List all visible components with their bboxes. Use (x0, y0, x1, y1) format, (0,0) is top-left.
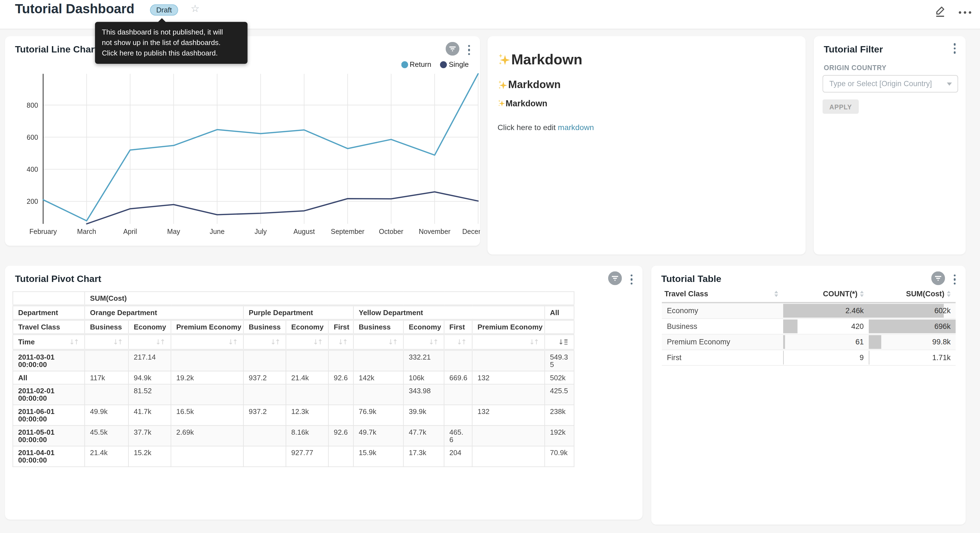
sparkles-icon (498, 99, 506, 107)
line-chart-title: Tutorial Line Chart (15, 44, 97, 54)
legend-dot (401, 61, 408, 68)
pivot-kebab-menu-icon[interactable] (629, 273, 634, 286)
pivot-data-row: 2011-03-01 00:00:00217.14332.21549.35 (13, 350, 574, 371)
tooltip-line: not show up in the list of dashboards. (102, 38, 241, 48)
pivot-cell: 549.35 (545, 350, 574, 371)
pivot-data-row: 2011-04-01 00:00:0021.4k15.2k927.7715.9k… (13, 446, 574, 467)
sort-toggle-icon[interactable]: ↓↑ (270, 338, 280, 346)
pivot-cell: 8.16k (286, 426, 329, 446)
sparkles-icon (498, 80, 508, 90)
sort-toggle-icon[interactable]: ↓↑ (388, 338, 398, 346)
pivot-cell: 19.2k (171, 371, 243, 385)
pivot-class-header: Travel Class (13, 320, 84, 334)
pivot-sort-cell: ↓↑ (353, 334, 403, 350)
table-row: First91.71k (662, 350, 956, 365)
sort-caret-icon[interactable] (774, 291, 778, 297)
pivot-cell: 94.9k (128, 371, 171, 385)
x-axis-label: September (331, 228, 364, 235)
pivot-cell: 425.5 (545, 384, 574, 405)
pivot-cell: 12.3k (286, 405, 329, 426)
markdown-card: Markdown Markdown Markdown Click here to… (487, 36, 805, 254)
pivot-sort-cell: ↓↑ (128, 334, 171, 350)
x-axis-label: August (293, 228, 315, 235)
pivot-corner-cell (13, 292, 84, 305)
edit-markdown-link[interactable]: markdown (558, 123, 594, 132)
count-cell: 9 (783, 350, 869, 365)
series-line-single (87, 192, 478, 224)
svg-text:400: 400 (27, 166, 38, 173)
pivot-class-col: Economy (286, 320, 329, 334)
edit-dashboard-icon[interactable] (934, 5, 946, 20)
pivot-cell (444, 350, 473, 371)
pivot-sort-cell: ↓↑ (472, 334, 545, 350)
sort-toggle-icon[interactable]: ↓↑ (428, 338, 439, 346)
pivot-cell: 204 (444, 446, 473, 467)
filter-indicator-icon[interactable] (608, 271, 622, 288)
pivot-cell: 41.7k (128, 405, 171, 426)
chart-legend[interactable]: ReturnSingle (401, 61, 469, 68)
pivot-cell: 92.6 (329, 371, 354, 385)
pivot-row-label: 2011-06-01 00:00:00 (13, 405, 84, 426)
favorite-star-icon[interactable]: ☆ (191, 3, 200, 14)
sort-toggle-icon[interactable]: ↓↑ (313, 338, 323, 346)
draft-status-badge[interactable]: Draft (150, 5, 178, 16)
pivot-class-col: Business (243, 320, 286, 334)
sort-toggle-icon[interactable]: ↓↑ (113, 338, 123, 346)
sort-toggle-icon[interactable]: ↓↑ (156, 338, 165, 346)
filter-kebab-menu-icon[interactable] (952, 42, 957, 55)
col-header-travel-class[interactable]: Travel Class (662, 287, 783, 303)
pivot-cell: 21.4k (85, 446, 128, 467)
pivot-row-label: All (13, 371, 84, 385)
pivot-cell: 106k (403, 371, 444, 385)
pivot-cell (472, 350, 545, 371)
pivot-class-col: Business (353, 320, 403, 334)
pivot-cell: 39.9k (403, 405, 444, 426)
pivot-cell: 16.5k (171, 405, 243, 426)
pivot-data-row: 2011-05-01 00:00:0045.5k37.7k2.69k8.16k9… (13, 426, 574, 446)
pivot-cell: 343.98 (403, 384, 444, 405)
sort-toggle-icon[interactable]: ↓↑ (529, 338, 539, 346)
x-axis-label: July (255, 228, 267, 235)
pivot-table: SUM(Cost)DepartmentOrange DepartmentPurp… (13, 291, 574, 467)
legend-item-single[interactable]: Single (440, 61, 469, 68)
chart-kebab-menu-icon[interactable] (466, 44, 471, 56)
pivot-cell: 70.9k (545, 446, 574, 467)
pivot-cell: 76.9k (353, 405, 403, 426)
markdown-footer-text: Click here to edit markdown (498, 123, 594, 132)
legend-item-return[interactable]: Return (401, 61, 431, 68)
x-axis-label: December (462, 228, 480, 235)
sort-toggle-icon[interactable]: ↓↑ (457, 338, 467, 346)
draft-tooltip: This dashboard is not published, it will… (95, 22, 247, 64)
filter-indicator-icon[interactable] (445, 42, 459, 58)
pivot-cell: 15.9k (353, 446, 403, 467)
more-options-icon[interactable] (959, 11, 971, 14)
svg-text:800: 800 (27, 101, 38, 109)
sort-toggle-icon[interactable]: ↓↑ (228, 338, 238, 346)
pivot-cell (243, 426, 286, 446)
select-placeholder: Type or Select [Origin Country] (829, 80, 947, 88)
pivot-cell: 21.4k (286, 371, 329, 385)
col-header-sum-cost[interactable]: SUM(Cost) (869, 287, 956, 303)
origin-country-label: ORIGIN COUNTRY (824, 64, 886, 71)
sort-toggle-icon[interactable]: ↓↑ (69, 338, 79, 346)
pivot-dept-group: Orange Department (85, 305, 243, 320)
apply-button[interactable]: APPLY (822, 99, 859, 114)
count-cell: 2.46k (783, 303, 869, 319)
pivot-cell (85, 384, 128, 405)
sort-caret-icon[interactable] (860, 291, 864, 297)
filter-indicator-icon[interactable] (931, 271, 945, 288)
sort-caret-icon[interactable] (947, 291, 951, 297)
pivot-metric-header: SUM(Cost) (85, 292, 574, 305)
table-row: Economy2.46k602k (662, 303, 956, 319)
pivot-sort-cell: ↓↑ (444, 334, 473, 350)
col-header-count[interactable]: COUNT(*) (783, 287, 869, 303)
table-kebab-menu-icon[interactable] (952, 273, 957, 286)
pivot-cell (243, 350, 286, 371)
pivot-chart-title: Tutorial Pivot Chart (15, 273, 101, 284)
sort-toggle-icon[interactable]: ↓↑ (338, 338, 348, 346)
pivot-cell: 132 (472, 405, 545, 426)
sort-desc-active-icon[interactable]: ↓ (558, 338, 569, 346)
markdown-h3: Markdown (498, 99, 547, 108)
pivot-cell (329, 384, 354, 405)
origin-country-select[interactable]: Type or Select [Origin Country] (822, 75, 958, 93)
